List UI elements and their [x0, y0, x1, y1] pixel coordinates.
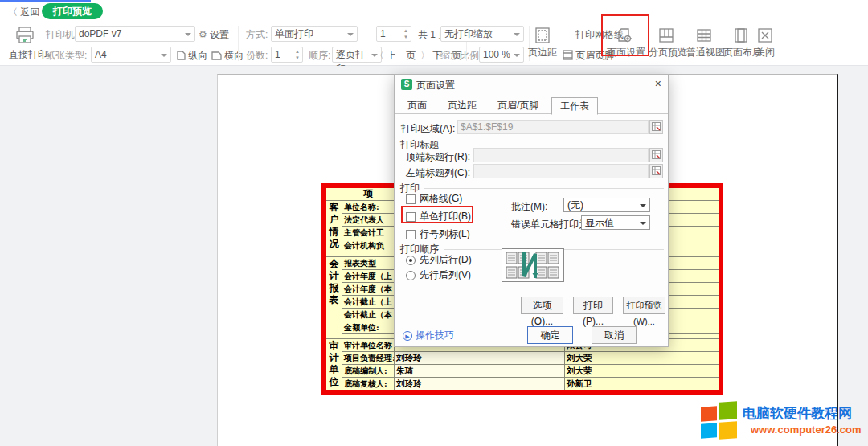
stepper-up-icon[interactable]: ▲ [295, 50, 300, 54]
prev-page-button[interactable]: 〈 上一页 [375, 49, 416, 63]
print-button[interactable]: 打印(P)... [573, 297, 613, 314]
print-order-preview-image [502, 248, 564, 282]
play-icon: ▶ [403, 331, 412, 341]
watermark-url: www.computer26.com [751, 423, 862, 436]
stepper-down-icon[interactable]: ▼ [403, 35, 408, 39]
copies-stepper[interactable]: 1 ▲ ▼ [271, 47, 303, 63]
tab-page[interactable]: 页面 [399, 97, 435, 114]
normal-view-label: 普通视图 [686, 46, 722, 59]
printer-settings-button[interactable]: ⚙ 设置 [199, 28, 229, 42]
direct-print-label: 直接打印 [9, 49, 47, 60]
print-scaling-select[interactable]: 无打印缩放 [440, 26, 524, 42]
printer-value: doPDF v7 [79, 28, 121, 39]
margins-button[interactable]: 页边距 [525, 25, 560, 63]
stepper-up-icon[interactable]: ▲ [403, 29, 408, 33]
order-label: 顺序: [309, 49, 330, 63]
chevron-right-icon: 〉 [420, 50, 430, 61]
portrait-button[interactable]: 纵向 [177, 49, 207, 63]
dialog-close-icon[interactable]: × [655, 77, 661, 90]
gridlines-checkbox[interactable]: 网格线(G) [406, 192, 462, 206]
tab-margins[interactable]: 页边距 [440, 97, 485, 114]
print-preview-badge: 打印预览 [42, 3, 103, 19]
range-picker-button[interactable] [649, 148, 663, 162]
back-icon: 〈 [8, 6, 18, 18]
down-then-over-radio[interactable]: 先列后行(D) [406, 253, 472, 267]
landscape-button[interactable]: 横向 [211, 49, 244, 63]
close-preview-button[interactable]: 关闭 [750, 25, 780, 63]
options-button[interactable]: 选项(O)... [521, 297, 563, 314]
table-cell: 报表类型 [342, 257, 395, 270]
cancel-button[interactable]: 取消 [592, 326, 637, 344]
chevron-left-icon: 〈 [375, 50, 384, 61]
zoom-label: 缩放比例 [440, 49, 479, 63]
dialog-titlebar[interactable]: S 页面设置 × [395, 75, 668, 94]
landscape-page-icon [211, 51, 222, 60]
zoom-select[interactable]: 100 % [479, 47, 524, 63]
table-cell: 审计单位名称 [342, 339, 395, 352]
pagebreak-preview-button[interactable]: 分页预览 [649, 25, 684, 63]
section-label: 会计报表 [326, 257, 342, 334]
table-cell: 单位名称: [342, 201, 395, 214]
printer-icon [14, 26, 35, 47]
print-scaling-value: 无打印缩放 [444, 28, 493, 39]
toolbar-divider [366, 26, 366, 61]
print-preview-button[interactable]: 打印预览(W)... [623, 297, 665, 314]
table-cell: 刘大荣 [565, 352, 719, 365]
watermark-title: 电脑软硬件教程网 [743, 404, 852, 423]
table-cell: 会计年度（上 [342, 270, 395, 283]
print-mode-label: 方式: [246, 28, 268, 42]
top-title-rows-label: 顶端标题行(R): [406, 150, 470, 164]
print-mode-select[interactable]: 单面打印 [271, 26, 358, 42]
headings-checkbox[interactable]: 行号列标(L) [406, 227, 470, 241]
printer-select[interactable]: doPDF v7 [75, 26, 195, 42]
table-cell: 刘玲玲 [395, 352, 565, 365]
stepper-down-icon[interactable]: ▼ [295, 56, 300, 60]
close-preview-label: 关闭 [750, 46, 780, 59]
left-title-cols-input[interactable] [473, 164, 649, 178]
top-strip: 〈 返回 打印预览 [0, 0, 868, 23]
page-setup-button[interactable]: 页面设置 [607, 25, 642, 63]
gridlines-label: 网格线(G) [420, 192, 462, 206]
tips-link[interactable]: ▶ 操作技巧 [403, 329, 454, 342]
range-picker-button[interactable] [649, 120, 663, 134]
checkbox-icon [406, 194, 416, 204]
normal-view-button[interactable]: 普通视图 [686, 25, 722, 63]
table-cell: 项目负责经理: [342, 352, 395, 365]
tab-sheet[interactable]: 工作表 [551, 97, 598, 115]
checkbox-icon [406, 230, 416, 239]
page-number-stepper[interactable]: 1 ▲ ▼ [376, 26, 411, 42]
mono-print-checkbox[interactable]: 单色打印(B) [406, 210, 471, 223]
headings-label: 行号列标(L) [420, 227, 470, 241]
portrait-label: 纵向 [188, 50, 207, 61]
print-toolbar: 直接打印▾ 打印机: doPDF v7 ⚙ 设置 纸张类型: A4 纵向 横向 … [0, 23, 868, 66]
table-cell: 金额单位: [342, 321, 395, 334]
over-then-down-label: 先行后列(V) [420, 268, 471, 282]
ok-button[interactable]: 确定 [527, 326, 573, 344]
top-title-rows-input[interactable] [473, 148, 649, 162]
back-button[interactable]: 〈 返回 [8, 6, 39, 19]
range-picker-button[interactable] [649, 164, 663, 178]
table-header: 项 [342, 188, 395, 201]
dialog-divider [395, 321, 668, 321]
table-cell: 刘大荣 [565, 365, 719, 378]
comments-select[interactable]: (无) [563, 198, 650, 212]
tab-indicator [0, 0, 91, 2]
tab-header-footer[interactable]: 页眉/页脚 [489, 97, 547, 114]
site-watermark: 电脑软硬件教程网 www.computer26.com [698, 399, 868, 444]
zoom-value: 100 % [483, 49, 510, 60]
normal-view-icon [695, 27, 713, 44]
header-footer-icon [563, 50, 573, 60]
cell-errors-select[interactable]: 显示值 [581, 215, 650, 230]
paper-type-select[interactable]: A4 [91, 47, 171, 63]
checkbox-icon [406, 212, 416, 222]
page-setup-label: 页面设置 [607, 46, 642, 59]
left-title-cols-label: 左端标题列(C): [406, 166, 470, 180]
over-then-down-radio[interactable]: 先行后列(V) [406, 268, 471, 282]
margins-label: 页边距 [525, 46, 560, 59]
table-cell: 朱琦 [395, 365, 565, 378]
prev-page-label: 上一页 [387, 50, 416, 61]
toolbar-divider [238, 26, 239, 61]
printer-label: 打印机: [46, 28, 77, 42]
print-area-input[interactable]: $A$1:$F$19 [457, 120, 649, 134]
table-cell: 主管会计工 [342, 227, 395, 239]
